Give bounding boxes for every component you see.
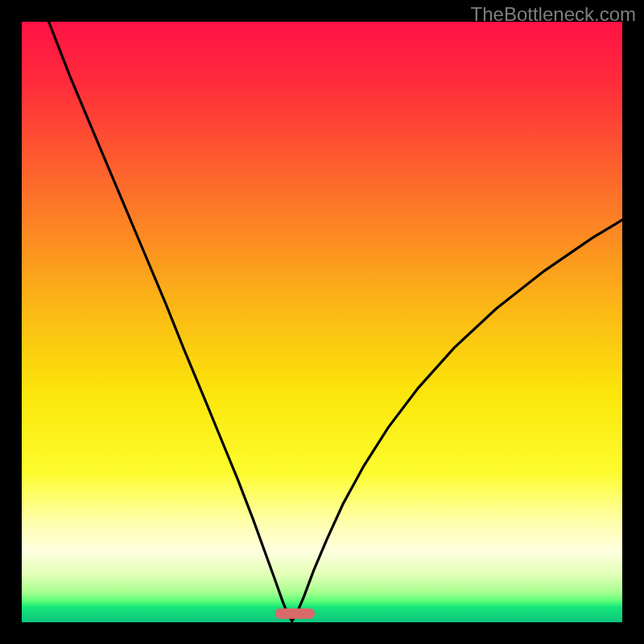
bottleneck-chart	[22, 22, 622, 622]
valley-marker	[275, 609, 315, 619]
chart-frame: TheBottleneck.com	[0, 0, 644, 644]
gradient-background	[22, 22, 622, 622]
chart-svg	[22, 22, 622, 622]
